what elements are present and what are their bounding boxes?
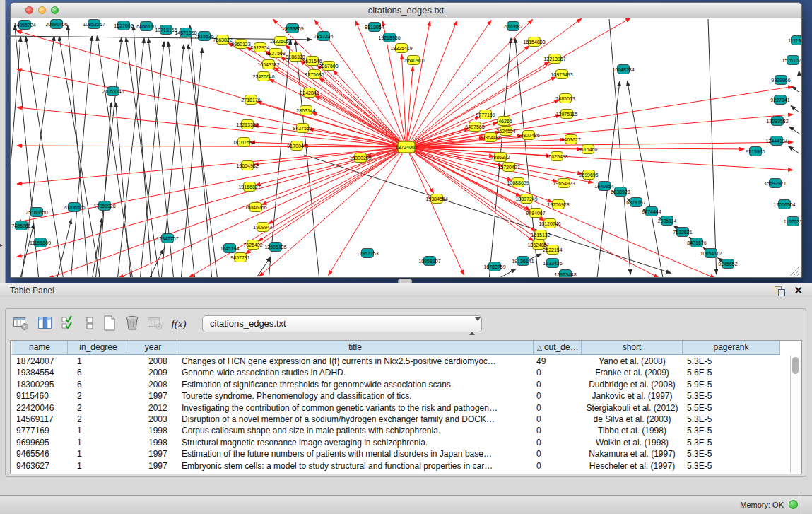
graph-node[interactable]: 9115460 (579, 145, 598, 154)
graph-node[interactable]: 1145194 (220, 244, 240, 253)
graph-node[interactable]: 19654982 (236, 161, 258, 170)
graph-node[interactable]: 12213967 (543, 54, 565, 64)
column-header-year[interactable]: year (129, 341, 177, 355)
graph-node[interactable]: 2087682 (503, 22, 522, 31)
graph-node[interactable]: 1909944 (253, 223, 272, 232)
close-panel-icon[interactable]: ✕ (794, 284, 803, 297)
table-row[interactable]: 977716911998Corpus callosum shape and si… (11, 425, 791, 437)
graph-node[interactable]: 7632621 (673, 228, 692, 237)
graph-node[interactable]: 9463627 (561, 135, 580, 144)
table-mode-icon[interactable] (11, 315, 30, 333)
delete-column-icon[interactable] (123, 315, 141, 333)
table-row[interactable]: 969969511998Structural magnetic resonanc… (11, 437, 791, 449)
graph-node[interactable]: 9170047 (287, 141, 306, 151)
graph-node[interactable]: 10958107 (418, 257, 440, 266)
table-row[interactable]: 1830029562008Estimation of significance … (11, 379, 791, 391)
graph-node[interactable]: 10654112 (700, 249, 722, 258)
graph-node[interactable]: 7857224 (314, 32, 333, 41)
graph-node[interactable]: 10719155 (155, 25, 177, 35)
column-header-in_degree[interactable]: in_degree (68, 341, 129, 355)
graph-node[interactable]: 17957253 (356, 249, 378, 258)
graph-node[interactable]: 16782759 (483, 262, 505, 271)
table-row[interactable]: 2242004622012Investigating the contribut… (11, 402, 791, 414)
graph-node[interactable]: 10025458 (546, 152, 567, 161)
graph-node[interactable]: 8471676 (687, 238, 706, 247)
graph-node[interactable]: 2803144 (296, 106, 315, 115)
graph-node[interactable]: 16648784 (612, 65, 634, 74)
table-scrollbar[interactable] (790, 356, 801, 473)
graph-node[interactable]: 9777169 (476, 110, 495, 119)
create-column-icon[interactable] (100, 315, 119, 333)
table-row[interactable]: 911546021997Tourette syndrome. Phenomeno… (11, 390, 791, 402)
graph-node[interactable]: 9227341 (770, 95, 789, 105)
graph-node[interactable]: 25160650 (25, 208, 47, 217)
graph-node[interactable]: 17359928 (93, 201, 115, 211)
graph-node[interactable]: 8813054 (365, 23, 384, 32)
graph-node[interactable]: 18226058 (269, 37, 291, 46)
graph-node[interactable]: 12093582 (766, 117, 788, 126)
network-view-canvas[interactable]: 1405572420691406106532671527602646616010… (11, 18, 801, 277)
graph-node[interactable]: 12505185 (264, 243, 286, 252)
window-titlebar[interactable]: citations_edges.txt (11, 3, 801, 18)
show-columns-icon[interactable] (35, 315, 54, 333)
graph-node[interactable]: 16543382 (257, 60, 279, 69)
table-row[interactable]: 1456911722003Disruption of a novel membe… (11, 414, 791, 426)
graph-node[interactable]: 1527602 (114, 21, 133, 30)
graph-node[interactable]: 16154838 (523, 37, 545, 47)
graph-node[interactable]: 7625402 (243, 240, 262, 250)
graph-node[interactable]: 17016504 (773, 200, 795, 209)
graph-node[interactable]: 9960123 (231, 40, 250, 49)
graph-node[interactable]: 22420046 (252, 72, 274, 81)
graph-node[interactable]: 6879197 (626, 198, 645, 207)
graph-node[interactable]: 10807486 (517, 131, 539, 140)
select-columns-icon[interactable] (59, 315, 78, 333)
graph-node[interactable]: 9329966 (771, 76, 790, 85)
graph-node[interactable]: 10120746 (539, 219, 560, 228)
graph-node[interactable]: 12213382 (236, 120, 258, 129)
graph-node[interactable]: 1733426 (543, 259, 562, 268)
function-builder-icon[interactable]: f(x) (170, 315, 188, 333)
graph-node[interactable]: 12342757 (156, 234, 178, 243)
graph-node[interactable]: 11156809 (30, 238, 51, 247)
graph-node[interactable]: 9699695 (579, 170, 598, 180)
column-header-out_de[interactable]: △out_de… (534, 341, 582, 355)
graph-node[interactable]: 10653267 (83, 20, 105, 29)
graph-node[interactable]: 16640910 (402, 56, 424, 65)
column-header-title[interactable]: title (177, 341, 534, 355)
delete-table-icon[interactable] (146, 315, 164, 333)
graph-node[interactable]: 6466160 (136, 22, 155, 31)
column-header-name[interactable]: name (12, 341, 68, 355)
graph-node[interactable]: 10688609 (507, 178, 529, 187)
graph-node[interactable]: 9215935 (746, 147, 765, 156)
graph-hub-node[interactable]: 18724007 (395, 141, 417, 153)
column-header-short[interactable]: short (582, 341, 683, 355)
graph-node[interactable]: 19166827 (238, 182, 260, 192)
collapsed-panel-edge[interactable]: ▸ (0, 0, 6, 283)
expand-panel-arrow-icon[interactable]: ▸ (0, 243, 3, 248)
graph-node[interactable]: 12923448 (554, 270, 576, 278)
memory-status-label[interactable]: Memory: OK (740, 501, 784, 509)
graph-node[interactable]: 16033809 (281, 24, 303, 33)
column-header-pagerank[interactable]: pagerank (683, 341, 780, 355)
memory-ok-indicator-icon[interactable] (789, 500, 798, 509)
graph-node[interactable]: 18325419 (390, 44, 412, 53)
graph-node[interactable]: 12444134 (765, 136, 787, 146)
graph-node[interactable]: 19654923 (553, 179, 575, 188)
graph-node[interactable]: 7515526 (194, 32, 213, 41)
network-window[interactable]: citations_edges.txt 14055724206914061065… (10, 2, 802, 278)
table-selector-dropdown[interactable]: citations_edges.txt (202, 315, 482, 332)
graph-node[interactable]: 746266 (495, 117, 512, 126)
graph-node[interactable]: 12975115 (556, 110, 578, 119)
table-row[interactable]: 1938455462009Genome-wide association stu… (11, 367, 791, 379)
row-height-icon[interactable] (81, 315, 99, 333)
graph-node[interactable]: 1111304 (788, 36, 801, 45)
graph-node[interactable]: 7485063 (555, 94, 575, 103)
table-row[interactable]: 1872400712008Changes of HCN gene express… (11, 356, 791, 368)
graph-node[interactable]: 14055724 (13, 21, 35, 30)
graph-node[interactable]: 7663822 (213, 35, 232, 45)
table-row[interactable]: 946362711997Embryonic stem cells: a mode… (11, 460, 791, 472)
scrollbar-thumb[interactable] (792, 357, 799, 374)
graph-node[interactable]: 6497568 (465, 122, 484, 132)
graph-node[interactable]: 19218986 (378, 33, 400, 42)
graph-node[interactable]: 9474444 (642, 207, 661, 216)
